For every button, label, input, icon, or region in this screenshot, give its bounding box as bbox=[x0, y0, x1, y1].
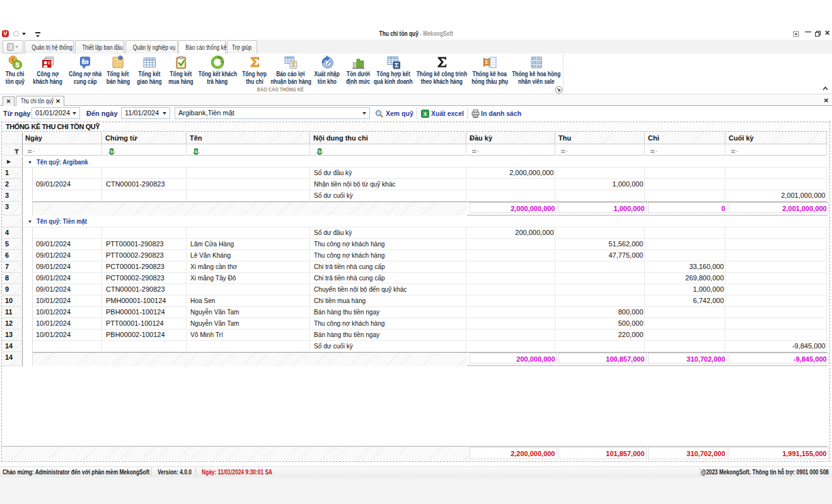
svg-text:c: c bbox=[198, 151, 200, 154]
svg-text:b: b bbox=[195, 149, 197, 154]
svg-text:311: 311 bbox=[531, 57, 536, 60]
svg-text:X: X bbox=[424, 111, 427, 117]
svg-text:311: 311 bbox=[531, 65, 536, 68]
svg-text:113: 113 bbox=[537, 61, 542, 64]
svg-text:111: 111 bbox=[537, 65, 542, 68]
svg-text:131: 131 bbox=[531, 61, 536, 64]
svg-text:c: c bbox=[321, 151, 323, 154]
svg-text:b: b bbox=[110, 149, 113, 154]
svg-text:c: c bbox=[113, 151, 115, 154]
svg-text:Σ: Σ bbox=[485, 59, 488, 65]
svg-text:b: b bbox=[318, 149, 321, 154]
svg-text:111: 111 bbox=[537, 57, 542, 60]
